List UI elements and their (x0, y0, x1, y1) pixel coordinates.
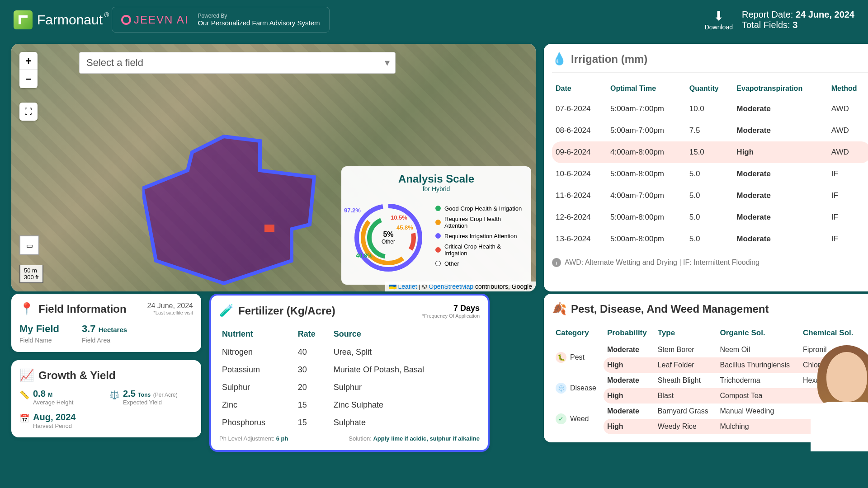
legend-item: Requires Irrigation Attention (435, 233, 525, 239)
jeevn-logo: JEEVN AI (121, 14, 189, 26)
table-row: Sulphur20Sulphur (219, 379, 480, 396)
svg-marker-0 (142, 136, 314, 283)
pest-management-card: 🍂Pest, Disease, And Weed Management Cate… (544, 294, 868, 442)
legend-item: Critical Crop Health & Irrigation (435, 243, 525, 257)
analysis-title: Analysis Scale (348, 173, 525, 185)
leaf-icon: 🍂 (552, 302, 566, 316)
growth-icon: 📈 (19, 368, 34, 382)
analysis-scale-panel: Analysis Scale for Hybrid 5%Other 97.2% … (341, 166, 531, 285)
jeevn-ring-icon (121, 15, 131, 25)
info-icon: i (552, 258, 561, 267)
logo: Farmonaut® (14, 10, 103, 29)
water-icon: 💧 (552, 52, 566, 66)
irrigation-footer: i AWD: Alternate Wetting and Drying | IF… (552, 258, 868, 267)
table-row: 07-6-20245:00am-7:00pm10.0ModerateAWD (552, 98, 868, 120)
legend-item: Good Crop Health & Irrigation (435, 205, 525, 212)
growth-item: 📏0.8 M Average Height (19, 389, 103, 406)
growth-item: 📅Aug, 2024 Harvest Period (19, 412, 103, 429)
legend-item: Other (435, 260, 525, 267)
irrigation-table: DateOptimal TimeQuantityEvapotranspirati… (552, 79, 868, 250)
legend-item: Requires Crop Health Attention (435, 216, 525, 229)
table-row: 10-6-20245:00am-8:00pm5.0ModerateIF (552, 163, 868, 185)
table-row: Nitrogen40Urea, Split (219, 343, 480, 361)
zoom-out-button[interactable]: − (19, 70, 38, 88)
analysis-donut: 5%Other 97.2% 10.5% 45.8% 40.8% (348, 197, 429, 278)
measure-button[interactable]: ▭ (19, 235, 39, 255)
table-row: 09-6-20244:00am-8:00pm15.0HighAWD (552, 141, 868, 163)
table-row: Potassium30Muriate Of Potash, Basal (219, 361, 480, 379)
analysis-legend: Good Crop Health & IrrigationRequires Cr… (435, 205, 525, 271)
field-information-card: 📍Field Information 24 June, 2024 *Last s… (11, 294, 201, 352)
header: Farmonaut® JEEVN AI Powered By Our Perso… (0, 0, 868, 39)
field-area-value: 3.7 Hectares (82, 323, 127, 335)
scale-bar: 50 m300 ft (19, 265, 43, 283)
powered-subtitle: Our Personalized Farm Advisory System (198, 19, 320, 27)
pin-icon: 📍 (19, 302, 34, 316)
report-info: Report Date: 24 June, 2024 Total Fields:… (742, 9, 854, 30)
download-button[interactable]: ⬇ Download (705, 9, 733, 31)
field-polygon[interactable] (142, 134, 337, 291)
svg-rect-1 (264, 225, 274, 232)
map-card: + − ⛶ ▭ Select a field 50 m300 ft 🇺🇦 Lea… (11, 44, 536, 291)
fullscreen-button[interactable]: ⛶ (19, 103, 38, 121)
zoom-in-button[interactable]: + (19, 52, 38, 70)
brand-name: Farmonaut® (37, 12, 103, 28)
growth-yield-card: 📈Growth & Yield 📏0.8 M Average Height⚖️2… (11, 360, 201, 437)
powered-by-box: JEEVN AI Powered By Our Personalized Far… (112, 7, 329, 33)
table-row: 12-6-20245:00am-8:00pm5.0ModerateIF (552, 206, 868, 228)
zoom-controls: + − (19, 52, 38, 88)
assistant-avatar (806, 343, 868, 451)
irrigation-card: 💧Irrigation (mm) DateOptimal TimeQuantit… (544, 44, 868, 291)
download-label: Download (705, 23, 733, 31)
powered-label: Powered By (198, 13, 320, 19)
field-select-dropdown[interactable]: Select a field (79, 52, 396, 74)
field-name-value: My Field (19, 323, 59, 335)
table-row: 08-6-20245:00am-7:00pm7.5ModerateAWD (552, 120, 868, 141)
growth-item: ⚖️2.5 Tons (Per Acre)Expected Yield (109, 389, 193, 406)
fertilizer-table: NutrientRateSource Nitrogen40Urea, Split… (219, 325, 480, 432)
fertilizer-card: 🧪Fertilizer (Kg/Acre) 7 Days *Frequency … (209, 294, 490, 452)
table-row: 11-6-20244:00am-7:00pm5.0ModerateIF (552, 185, 868, 206)
download-icon: ⬇ (705, 9, 733, 23)
table-row: Zinc15Zinc Sulphate (219, 396, 480, 414)
table-row: Phosphorus15Sulphate (219, 414, 480, 432)
table-row: 13-6-20245:00am-8:00pm5.0ModerateIF (552, 228, 868, 250)
logo-icon (14, 10, 33, 29)
flask-icon: 🧪 (219, 304, 234, 318)
analysis-subtitle: for Hybrid (348, 185, 525, 192)
